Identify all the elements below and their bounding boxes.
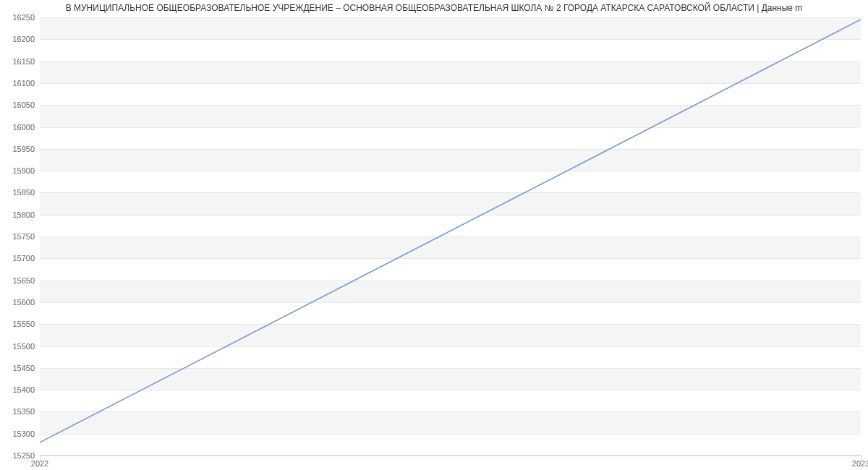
grid-band bbox=[40, 17, 861, 39]
grid-band bbox=[40, 324, 861, 346]
grid-line bbox=[40, 192, 861, 193]
y-axis-tick-label: 15800 bbox=[12, 210, 35, 219]
y-axis-tick-label: 15950 bbox=[12, 145, 35, 153]
grid-band bbox=[40, 236, 861, 258]
y-axis-tick-label: 15700 bbox=[12, 254, 35, 262]
y-axis-tick-label: 16000 bbox=[12, 123, 35, 132]
grid-line bbox=[40, 17, 861, 18]
grid-line bbox=[40, 434, 861, 435]
y-axis-tick-label: 16250 bbox=[12, 13, 35, 22]
grid-line bbox=[40, 83, 861, 84]
grid-line bbox=[40, 411, 861, 412]
grid-line bbox=[40, 281, 861, 281]
y-axis-tick-label: 16050 bbox=[12, 101, 35, 109]
y-axis-tick-label: 16150 bbox=[12, 57, 35, 66]
grid-line bbox=[40, 215, 861, 215]
grid-line bbox=[40, 390, 861, 390]
grid-band bbox=[40, 149, 861, 171]
y-axis-tick-label: 16100 bbox=[12, 79, 35, 87]
y-axis-tick-label: 15900 bbox=[12, 166, 35, 175]
grid-line bbox=[40, 171, 861, 171]
x-axis bbox=[40, 455, 861, 456]
grid-line bbox=[40, 236, 861, 237]
grid-line bbox=[40, 258, 861, 259]
y-axis-tick-label: 15650 bbox=[12, 276, 35, 285]
chart-title: В МУНИЦИПАЛЬНОЕ ОБЩЕОБРАЗОВАТЕЛЬНОЕ УЧРЕ… bbox=[0, 0, 868, 19]
grid-line bbox=[40, 368, 861, 369]
grid-line bbox=[40, 39, 861, 40]
grid-line bbox=[40, 324, 861, 325]
y-axis-tick-label: 15850 bbox=[12, 188, 35, 197]
y-axis-tick-label: 15750 bbox=[12, 232, 35, 241]
x-axis-tick-label: 2023 bbox=[852, 459, 868, 468]
y-axis-tick-label: 15350 bbox=[12, 407, 35, 416]
grid-band bbox=[40, 368, 861, 390]
grid-band bbox=[40, 192, 861, 214]
y-axis-tick-label: 15550 bbox=[12, 320, 35, 328]
grid-line bbox=[40, 302, 861, 303]
y-axis-tick-label: 15400 bbox=[12, 385, 35, 394]
grid-band bbox=[40, 411, 861, 433]
grid-band bbox=[40, 281, 861, 302]
grid-line bbox=[40, 61, 861, 62]
y-axis-tick-label: 15300 bbox=[12, 430, 35, 438]
grid-line bbox=[40, 149, 861, 150]
x-axis-tick-label: 2022 bbox=[31, 459, 48, 468]
y-axis-tick-label: 15450 bbox=[12, 364, 35, 372]
y-axis-tick-label: 16200 bbox=[12, 35, 35, 43]
grid-band bbox=[40, 61, 861, 83]
y-axis-tick-label: 15600 bbox=[12, 298, 35, 307]
grid-line bbox=[40, 346, 861, 347]
y-axis-tick-label: 15500 bbox=[12, 342, 35, 351]
chart-plot-area: 1525015300153501540015450155001555015600… bbox=[40, 17, 861, 456]
grid-band bbox=[40, 105, 861, 127]
grid-line bbox=[40, 456, 861, 456]
grid-line bbox=[40, 105, 861, 106]
grid-line bbox=[40, 127, 861, 128]
